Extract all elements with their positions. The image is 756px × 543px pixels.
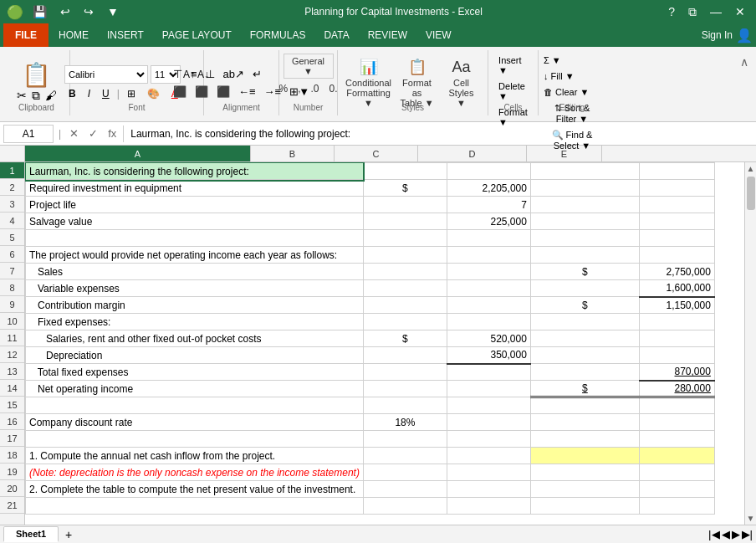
align-bottom-button[interactable]: ⊥: [202, 66, 218, 82]
sheet-nav-first[interactable]: |◀: [708, 528, 719, 540]
cell-A1[interactable]: Laurman, Inc. is considering the followi…: [26, 163, 364, 180]
cell-C15[interactable]: [447, 397, 530, 414]
quick-access-redo[interactable]: ↪: [79, 3, 98, 20]
row-header-8[interactable]: 8: [0, 279, 24, 296]
cell-D9[interactable]: $: [530, 297, 639, 314]
quick-access-undo[interactable]: ↩: [56, 3, 74, 20]
cell-C8[interactable]: [447, 280, 530, 297]
find-select-button[interactable]: 🔍 Find & Select ▼: [539, 128, 605, 152]
new-sheet-button[interactable]: +: [60, 528, 77, 541]
cell-E13[interactable]: 870,000: [639, 364, 714, 381]
cell-D4[interactable]: [530, 213, 639, 230]
delete-cells-button[interactable]: Delete ▼: [492, 79, 534, 103]
cell-B7[interactable]: [363, 264, 447, 280]
cell-D20[interactable]: [530, 481, 639, 498]
col-header-D[interactable]: D: [418, 146, 527, 161]
cell-C6[interactable]: [447, 247, 530, 264]
cell-D13[interactable]: [530, 364, 639, 381]
col-header-B[interactable]: B: [251, 146, 335, 161]
cell-E18[interactable]: [639, 448, 714, 464]
row-header-2[interactable]: 2: [0, 179, 24, 196]
cell-B10[interactable]: [363, 314, 447, 330]
cell-D5[interactable]: [530, 230, 639, 247]
cell-D10[interactable]: [530, 314, 639, 330]
formula-input[interactable]: [127, 128, 753, 140]
menu-insert[interactable]: INSERT: [99, 26, 152, 44]
cell-styles-button[interactable]: Aa CellStyles ▼: [445, 57, 478, 110]
sheet-tab-sheet1[interactable]: Sheet1: [3, 526, 59, 542]
cell-A19[interactable]: (Note: depreciation is the only noncash …: [26, 464, 364, 481]
cell-A11[interactable]: Salaries, rent and other fixed out-of po…: [26, 330, 364, 347]
row-header-18[interactable]: 18: [0, 447, 24, 464]
cell-D21[interactable]: [530, 498, 639, 515]
cell-B19[interactable]: [363, 464, 447, 481]
row-header-11[interactable]: 11: [0, 330, 24, 346]
italic-button[interactable]: I: [84, 86, 94, 101]
cell-A10[interactable]: Fixed expenses:: [26, 314, 364, 330]
cell-C21[interactable]: [447, 498, 530, 515]
ribbon-collapse-button[interactable]: ∧: [736, 54, 753, 70]
row-header-16[interactable]: 16: [0, 413, 24, 430]
cell-B13[interactable]: [363, 364, 447, 381]
minimize-button[interactable]: —: [706, 3, 726, 20]
cell-B17[interactable]: [363, 431, 447, 448]
cell-C1[interactable]: [447, 163, 530, 180]
cell-C9[interactable]: [447, 297, 530, 314]
cell-E7[interactable]: 2,750,000: [639, 264, 714, 280]
row-header-19[interactable]: 19: [0, 464, 24, 480]
align-center-button[interactable]: ⬛: [192, 84, 212, 100]
row-header-4[interactable]: 4: [0, 213, 24, 229]
cell-A16[interactable]: Company discount rate: [26, 414, 364, 431]
cell-C12[interactable]: 350,000: [447, 347, 530, 364]
row-header-5[interactable]: 5: [0, 229, 24, 246]
cell-E1[interactable]: [639, 163, 714, 180]
insert-cells-button[interactable]: Insert ▼: [492, 54, 534, 77]
cell-C11[interactable]: 520,000: [447, 330, 530, 347]
cell-D14[interactable]: $: [530, 381, 639, 397]
align-middle-button[interactable]: ≡: [187, 66, 201, 82]
cell-B3[interactable]: [363, 197, 447, 213]
sheet-nav-prev[interactable]: ◀: [722, 528, 730, 540]
cell-A13[interactable]: Total fixed expenses: [26, 364, 364, 381]
cell-A14[interactable]: Net operating income: [26, 381, 364, 397]
cell-D18[interactable]: [530, 448, 639, 464]
copy-button[interactable]: ⧉: [32, 89, 40, 103]
cell-A4[interactable]: Salvage value: [26, 213, 364, 230]
sheet-nav-last[interactable]: ▶|: [742, 528, 753, 540]
number-format-button[interactable]: General ▼: [284, 54, 334, 79]
row-header-14[interactable]: 14: [0, 380, 24, 397]
row-header-17[interactable]: 17: [0, 430, 24, 447]
cell-D1[interactable]: [530, 163, 639, 180]
cell-E2[interactable]: [639, 180, 714, 197]
cell-E11[interactable]: [639, 330, 714, 347]
cell-E3[interactable]: [639, 197, 714, 213]
cell-C3[interactable]: 7: [447, 197, 530, 213]
cell-E15[interactable]: [639, 397, 714, 414]
borders-button[interactable]: ⊞: [123, 86, 140, 101]
sheet-nav-next[interactable]: ▶: [732, 528, 740, 540]
cell-B8[interactable]: [363, 280, 447, 297]
fill-button[interactable]: ↓ Fill ▼: [539, 69, 580, 83]
col-header-A[interactable]: A: [25, 146, 251, 161]
autosum-button[interactable]: Σ ▼: [539, 54, 566, 67]
cell-D7[interactable]: $: [530, 264, 639, 280]
sign-in-label[interactable]: Sign In: [702, 29, 733, 41]
row-header-15[interactable]: 15: [0, 397, 24, 413]
cell-E8[interactable]: 1,600,000: [639, 280, 714, 297]
increase-decimal-button[interactable]: .0: [307, 81, 324, 96]
scroll-thumb[interactable]: [747, 177, 755, 210]
cell-E16[interactable]: [639, 414, 714, 431]
menu-file[interactable]: FILE: [3, 23, 49, 47]
cell-D11[interactable]: [530, 330, 639, 347]
cell-A18[interactable]: 1. Compute the annual net cash inflow fr…: [26, 448, 364, 464]
cell-E17[interactable]: [639, 431, 714, 448]
cell-C18[interactable]: [447, 448, 530, 464]
cell-B11[interactable]: $: [363, 330, 447, 347]
cell-A20[interactable]: 2. Complete the table to compute the net…: [26, 481, 364, 498]
cell-D12[interactable]: [530, 347, 639, 364]
cell-B18[interactable]: [363, 448, 447, 464]
percent-button[interactable]: %: [274, 81, 292, 96]
cell-A15[interactable]: [26, 397, 364, 414]
cell-A7[interactable]: Sales: [26, 264, 364, 280]
cell-A3[interactable]: Project life: [26, 197, 364, 213]
